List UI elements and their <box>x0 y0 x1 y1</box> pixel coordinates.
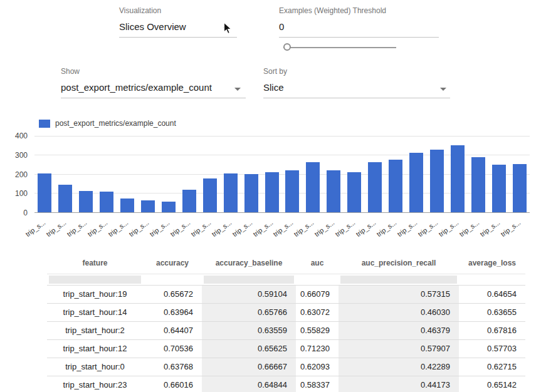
chart-bar[interactable] <box>347 172 361 213</box>
cell-average_loss: 0.63655 <box>459 303 525 321</box>
chart-bar[interactable] <box>492 165 506 213</box>
chart-bar[interactable] <box>38 173 51 213</box>
filter-input-average_loss[interactable] <box>461 276 523 284</box>
threshold-value: 0 <box>279 21 284 32</box>
cell-accuracy_baseline: 0.65625 <box>202 339 296 358</box>
chart-bar[interactable] <box>285 170 299 213</box>
y-axis-tick-label: 200 <box>15 170 28 179</box>
table-row: trip_start_hour:00.637680.666670.620930.… <box>47 358 525 376</box>
metrics-table-container: featureaccuracyaccuracy_baselineaucauc_p… <box>47 253 525 392</box>
table-filter-row <box>47 274 525 285</box>
table-header-row: featureaccuracyaccuracy_baselineaucauc_p… <box>47 253 525 274</box>
filter-input-accuracy_baseline[interactable] <box>204 276 294 284</box>
cell-average_loss: 0.62715 <box>459 358 525 376</box>
chart-bar[interactable] <box>100 192 113 213</box>
chart-bar[interactable] <box>327 170 340 213</box>
chart-bar[interactable] <box>58 185 72 213</box>
y-axis-tick-label: 300 <box>15 151 28 160</box>
chevron-down-icon <box>234 88 241 91</box>
filter-input-feature[interactable] <box>49 276 141 284</box>
cell-auc: 0.55829 <box>296 321 339 339</box>
cell-accuracy: 0.65672 <box>143 285 202 303</box>
chart-bar[interactable] <box>244 174 258 213</box>
filter-cell <box>339 274 459 285</box>
chart-bar[interactable] <box>79 191 93 213</box>
cell-average_loss: 0.57703 <box>459 339 525 358</box>
column-header-accuracy_baseline[interactable]: accuracy_baseline <box>202 253 296 274</box>
filter-input-auc[interactable] <box>298 276 337 284</box>
cell-accuracy_baseline: 0.64844 <box>202 376 296 392</box>
chart-bar[interactable] <box>306 162 320 213</box>
show-control: Show post_export_metrics/example_count <box>61 67 246 98</box>
sort-by-dropdown[interactable]: Slice <box>263 80 450 98</box>
y-axis-tick-label: 100 <box>15 189 28 198</box>
column-header-auc_precision_recall[interactable]: auc_precision_recall <box>339 253 459 274</box>
cell-auc_precision_recall: 0.57315 <box>339 285 459 303</box>
chart-bar[interactable] <box>409 153 423 213</box>
cell-accuracy: 0.63768 <box>143 358 202 376</box>
show-dropdown[interactable]: post_export_metrics/example_count <box>61 80 246 98</box>
visualization-dropdown[interactable]: Slices Overview <box>119 19 237 38</box>
chart-bar[interactable] <box>430 150 444 213</box>
filter-input-auc_precision_recall[interactable] <box>340 276 457 284</box>
threshold-control: Examples (Weighted) Threshold 0 <box>279 6 439 38</box>
cell-feature: trip_start_hour:2 <box>47 321 143 339</box>
table-row: trip_start_hour:230.660160.648440.583370… <box>47 376 525 392</box>
sort-by-control: Sort by Slice <box>263 67 450 98</box>
cell-feature: trip_start_hour:12 <box>47 339 143 358</box>
visualization-label: Visualization <box>119 6 237 15</box>
chart-bar[interactable] <box>451 145 465 213</box>
slider-thumb[interactable] <box>283 43 291 51</box>
chart-bar[interactable] <box>162 202 176 213</box>
sort-by-value: Slice <box>263 82 284 93</box>
cell-feature: trip_start_hour:0 <box>47 358 143 376</box>
cell-average_loss: 0.64654 <box>459 285 525 303</box>
slider-track[interactable] <box>283 47 396 48</box>
cell-feature: trip_start_hour:19 <box>47 285 143 303</box>
cell-auc: 0.63072 <box>296 303 339 321</box>
filter-cell <box>459 274 525 285</box>
sort-by-label: Sort by <box>263 67 450 76</box>
cell-auc_precision_recall: 0.44173 <box>339 376 459 392</box>
chart-bar[interactable] <box>265 172 279 213</box>
legend-swatch <box>39 120 50 128</box>
filter-input-accuracy[interactable] <box>145 276 200 284</box>
cell-auc_precision_recall: 0.46030 <box>339 303 459 321</box>
cell-auc_precision_recall: 0.46379 <box>339 321 459 339</box>
chart-bar[interactable] <box>120 199 134 213</box>
chart-bar[interactable] <box>389 160 402 213</box>
column-header-auc[interactable]: auc <box>296 253 339 274</box>
column-header-average_loss[interactable]: average_loss <box>459 253 525 274</box>
chevron-down-icon <box>440 88 446 91</box>
chart-y-axis: 0100200300400 <box>0 136 30 213</box>
chart-bar[interactable] <box>368 162 382 213</box>
cell-auc: 0.66079 <box>296 285 339 303</box>
filter-cell <box>47 274 143 285</box>
cell-feature: trip_start_hour:23 <box>47 376 143 392</box>
table-row: trip_start_hour:190.656720.591040.660790… <box>47 285 525 303</box>
column-header-accuracy[interactable]: accuracy <box>143 253 202 274</box>
chart-legend: post_export_metrics/example_count <box>39 119 176 128</box>
cell-accuracy: 0.63964 <box>143 303 202 321</box>
table-row: trip_start_hour:140.639640.657660.630720… <box>47 303 525 321</box>
chart-bar[interactable] <box>203 178 217 213</box>
chart-bar[interactable] <box>182 190 196 214</box>
cell-auc_precision_recall: 0.42289 <box>339 358 459 376</box>
x-axis-line <box>34 212 530 213</box>
filter-cell <box>202 274 296 285</box>
chart-bar[interactable] <box>224 173 238 213</box>
cell-accuracy_baseline: 0.59104 <box>202 285 296 303</box>
chart-plot <box>34 136 530 213</box>
threshold-slider[interactable] <box>283 43 396 52</box>
chart-bar[interactable] <box>513 164 527 213</box>
cell-accuracy_baseline: 0.63559 <box>202 321 296 339</box>
threshold-input[interactable]: 0 <box>279 19 439 38</box>
threshold-label: Examples (Weighted) Threshold <box>279 6 439 15</box>
cell-auc: 0.58337 <box>296 376 339 392</box>
chart-bar[interactable] <box>141 200 155 213</box>
column-header-feature[interactable]: feature <box>47 253 143 274</box>
table-row: trip_start_hour:120.705360.656250.712300… <box>47 339 525 358</box>
cell-feature: trip_start_hour:14 <box>47 303 143 321</box>
visualization-control: Visualization Slices Overview <box>119 6 237 38</box>
chart-bar[interactable] <box>471 157 485 213</box>
